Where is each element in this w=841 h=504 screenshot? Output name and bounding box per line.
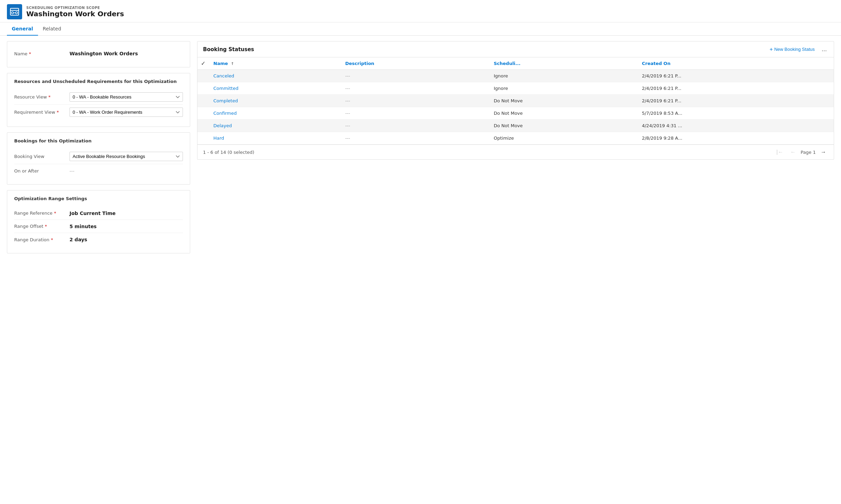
row-check-3[interactable] [197,107,210,120]
svg-point-2 [11,12,13,14]
row-description-2: --- [342,95,490,107]
range-duration-label: Range Duration * [14,237,70,242]
requirement-view-label: Requirement View * [14,110,70,115]
row-check-0[interactable] [197,70,210,82]
resource-view-label: Resource View * [14,94,70,100]
row-name-0[interactable]: Canceled [210,70,342,82]
bookings-card: Bookings for this Optimization Booking V… [7,132,190,185]
prev-page-button[interactable]: ← [788,148,798,156]
row-check-4[interactable] [197,120,210,132]
column-header-created-on[interactable]: Created On [638,57,834,70]
booking-view-select[interactable]: Active Bookable Resource Bookings [70,152,183,161]
name-card: Name * Washington Work Orders [7,41,190,67]
next-page-button[interactable]: → [819,148,828,156]
row-name-4[interactable]: Delayed [210,120,342,132]
table-row[interactable]: Confirmed --- Do Not Move 5/7/2019 8:53 … [197,107,834,120]
pagination-nav: |← ← Page 1 → [774,148,828,156]
app-icon [7,4,22,19]
row-description-3: --- [342,107,490,120]
app-subtitle: SCHEDULING OPTIMIZATION SCOPE [26,6,124,10]
table-row[interactable]: Delayed --- Do Not Move 4/24/2019 4:31 .… [197,120,834,132]
range-reference-row: Range Reference * Job Current Time [14,207,183,220]
plus-icon: + [770,46,773,53]
row-name-1[interactable]: Committed [210,82,342,95]
range-reference-required-star: * [54,211,56,216]
tab-related[interactable]: Related [38,22,66,36]
row-created-on-3: 5/7/2019 8:53 A... [638,107,834,120]
on-or-after-row: On or After --- [14,164,183,177]
row-check-5[interactable] [197,132,210,144]
row-scheduling-1: Ignore [490,82,639,95]
resource-view-select[interactable]: 0 - WA - Bookable Resources [70,92,183,102]
row-scheduling-4: Do Not Move [490,120,639,132]
page-label: Page 1 [801,150,816,155]
first-page-button[interactable]: |← [774,148,785,156]
svg-point-3 [16,12,18,14]
row-created-on-2: 2/4/2019 6:21 P... [638,95,834,107]
optimization-card-title: Optimization Range Settings [14,196,183,201]
booking-header-actions: + New Booking Status ... [770,46,828,53]
range-offset-value: 5 minutes [70,224,96,229]
row-scheduling-3: Do Not Move [490,107,639,120]
table-row[interactable]: Hard --- Optimize 2/8/2019 9:28 A... [197,132,834,144]
row-check-1[interactable] [197,82,210,95]
tab-general[interactable]: General [7,22,38,36]
booking-statuses-panel: Booking Statuses + New Booking Status ..… [197,41,834,160]
booking-statuses-table: ✓ Name ↑ Description Scheduli... Created… [197,57,834,144]
title-block: SCHEDULING OPTIMIZATION SCOPE Washington… [26,6,124,18]
booking-view-row: Booking View Active Bookable Resource Bo… [14,149,183,164]
on-or-after-value: --- [70,168,74,174]
booking-statuses-header: Booking Statuses + New Booking Status ..… [197,41,834,57]
name-value: Washington Work Orders [70,51,138,56]
row-scheduling-0: Ignore [490,70,639,82]
row-description-0: --- [342,70,490,82]
booking-view-label: Booking View [14,154,70,159]
pagination-bar: 1 - 6 of 14 (0 selected) |← ← Page 1 → [197,144,834,159]
table-row[interactable]: Committed --- Ignore 2/4/2019 6:21 P... [197,82,834,95]
range-reference-label: Range Reference * [14,211,70,216]
range-duration-value: 2 days [70,237,87,242]
left-column: Name * Washington Work Orders Resources … [7,41,190,253]
app-header: SCHEDULING OPTIMIZATION SCOPE Washington… [0,0,841,22]
row-scheduling-5: Optimize [490,132,639,144]
range-offset-required-star: * [45,224,47,229]
row-name-5[interactable]: Hard [210,132,342,144]
name-row: Name * Washington Work Orders [14,47,183,60]
requirement-view-row: Requirement View * 0 - WA - Work Order R… [14,105,183,120]
column-header-name[interactable]: Name ↑ [210,57,342,70]
sort-icon: ↑ [231,62,234,66]
row-name-3[interactable]: Confirmed [210,107,342,120]
row-created-on-0: 2/4/2019 6:21 P... [638,70,834,82]
booking-statuses-title: Booking Statuses [203,46,770,53]
range-offset-label: Range Offset * [14,224,70,229]
row-created-on-1: 2/4/2019 6:21 P... [638,82,834,95]
row-description-4: --- [342,120,490,132]
row-check-2[interactable] [197,95,210,107]
column-header-description[interactable]: Description [342,57,490,70]
range-reference-value: Job Current Time [70,211,115,216]
pagination-summary: 1 - 6 of 14 (0 selected) [203,150,254,155]
range-offset-row: Range Offset * 5 minutes [14,220,183,233]
svg-rect-0 [10,8,19,15]
resource-view-required-star: * [48,94,51,100]
on-or-after-label: On or After [14,168,70,174]
range-duration-row: Range Duration * 2 days [14,233,183,246]
row-created-on-5: 2/8/2019 9:28 A... [638,132,834,144]
requirement-view-select[interactable]: 0 - WA - Work Order Requirements [70,108,183,117]
column-header-scheduling[interactable]: Scheduli... [490,57,639,70]
new-booking-status-button[interactable]: + New Booking Status [770,46,815,53]
row-scheduling-2: Do Not Move [490,95,639,107]
table-row[interactable]: Canceled --- Ignore 2/4/2019 6:21 P... [197,70,834,82]
app-title: Washington Work Orders [26,10,124,18]
table-row[interactable]: Completed --- Do Not Move 2/4/2019 6:21 … [197,95,834,107]
row-name-2[interactable]: Completed [210,95,342,107]
tab-bar: General Related [0,22,841,36]
range-duration-required-star: * [51,237,53,242]
name-label: Name * [14,51,70,56]
requirement-view-required-star: * [57,110,59,115]
resource-view-row: Resource View * 0 - WA - Bookable Resour… [14,90,183,105]
optimization-card: Optimization Range Settings Range Refere… [7,190,190,253]
bookings-card-title: Bookings for this Optimization [14,138,183,143]
more-options-button[interactable]: ... [820,46,828,53]
row-created-on-4: 4/24/2019 4:31 ... [638,120,834,132]
